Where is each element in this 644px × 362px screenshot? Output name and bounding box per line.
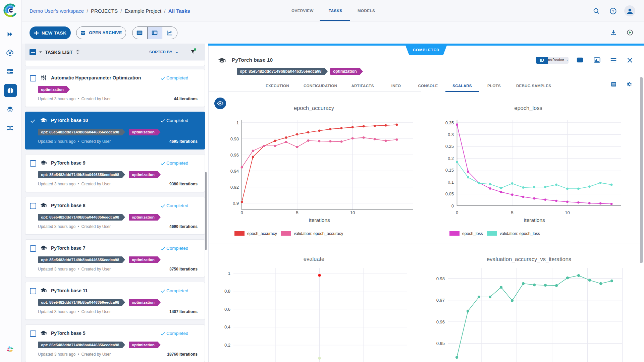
svg-text:1: 1 bbox=[228, 271, 230, 276]
svg-text:1: 1 bbox=[236, 120, 239, 125]
svg-text:0.98: 0.98 bbox=[436, 276, 445, 281]
svg-text:epoch_loss: epoch_loss bbox=[514, 105, 542, 111]
svg-text:validation: epoch_accuracy: validation: epoch_accuracy bbox=[294, 231, 343, 236]
svg-text:0.8: 0.8 bbox=[224, 289, 230, 294]
svg-text:0.2: 0.2 bbox=[448, 156, 454, 161]
svg-text:0: 0 bbox=[451, 203, 454, 208]
svg-text:0: 0 bbox=[456, 210, 458, 215]
svg-text:0.15: 0.15 bbox=[445, 168, 454, 173]
svg-text:0.05: 0.05 bbox=[445, 191, 454, 196]
svg-text:epoch_loss: epoch_loss bbox=[462, 231, 483, 236]
svg-text:0.6: 0.6 bbox=[224, 307, 230, 312]
svg-text:evaluation_accuracy_vs_iterati: evaluation_accuracy_vs_iterations bbox=[487, 256, 571, 262]
svg-text:evaluate: evaluate bbox=[304, 256, 324, 262]
svg-text:0.4: 0.4 bbox=[224, 324, 230, 329]
svg-text:Iterations: Iterations bbox=[309, 217, 330, 223]
svg-text:0.92: 0.92 bbox=[230, 185, 239, 190]
svg-text:validation: epoch_loss: validation: epoch_loss bbox=[500, 231, 540, 236]
svg-text:epoch_accuracy: epoch_accuracy bbox=[247, 231, 277, 236]
svg-text:0.35: 0.35 bbox=[445, 120, 454, 125]
svg-text:5: 5 bbox=[511, 210, 513, 215]
svg-text:0.96: 0.96 bbox=[230, 153, 239, 158]
svg-text:0.98: 0.98 bbox=[230, 136, 239, 141]
svg-text:0.97: 0.97 bbox=[436, 298, 445, 303]
svg-text:0: 0 bbox=[240, 210, 243, 215]
svg-text:0.25: 0.25 bbox=[445, 144, 454, 149]
svg-text:0.95: 0.95 bbox=[436, 341, 445, 346]
svg-text:0.94: 0.94 bbox=[230, 169, 239, 174]
svg-text:0.96: 0.96 bbox=[436, 319, 445, 324]
svg-text:10: 10 bbox=[565, 210, 570, 215]
svg-text:5: 5 bbox=[296, 210, 298, 215]
svg-text:0.1: 0.1 bbox=[448, 180, 454, 185]
svg-text:epoch_accuracy: epoch_accuracy bbox=[294, 105, 334, 111]
svg-text:Iterations: Iterations bbox=[524, 217, 545, 223]
svg-text:?: ? bbox=[612, 9, 614, 13]
svg-text:0.2: 0.2 bbox=[224, 343, 230, 348]
svg-text:0.9: 0.9 bbox=[233, 201, 239, 206]
svg-text:10: 10 bbox=[350, 210, 355, 215]
svg-text:0.3: 0.3 bbox=[448, 132, 454, 137]
